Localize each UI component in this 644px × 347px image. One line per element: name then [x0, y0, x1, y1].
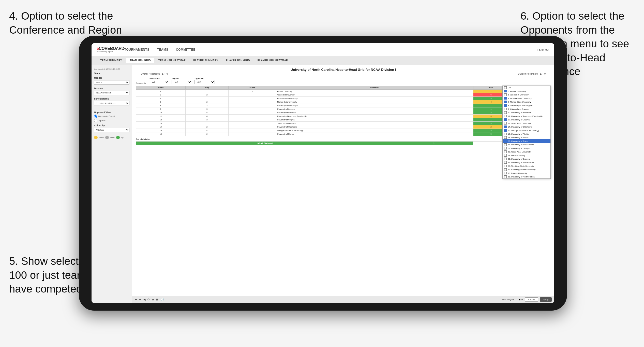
dropdown-checkbox	[504, 97, 507, 100]
dropdown-checkbox	[504, 104, 507, 107]
sub-navigation: TEAM SUMMARY TEAM H2H GRID TEAM H2H HEAT…	[92, 56, 554, 65]
nav-committee[interactable]: COMMITTEE	[176, 47, 196, 53]
cell-reg: 4	[185, 129, 228, 132]
division-select[interactable]: NCAA Division I	[94, 91, 129, 95]
school-select[interactable]: 1. University of Nort...	[94, 101, 129, 105]
dropdown-item[interactable]: 6. Florida State University	[503, 100, 550, 104]
cell-conf	[229, 100, 276, 104]
division-record: Division Record: 88 - 17 - 0	[518, 73, 546, 75]
toolbar-clock[interactable]: 🕐	[160, 298, 164, 301]
out-table-row: NCAA Division II 1 0	[136, 142, 551, 145]
cell-reg: 1	[185, 90, 228, 93]
dropdown-item[interactable]: 21. University of New Mexico	[503, 143, 550, 146]
sub-nav-player-h2h-grid[interactable]: PLAYER H2H GRID	[222, 58, 253, 63]
table-row: 2 1 1 Auburn University 2 1	[136, 90, 551, 93]
toolbar-format[interactable]: ⊞	[156, 298, 158, 301]
dropdown-checkbox	[504, 158, 507, 160]
dropdown-item[interactable]: 2. Auburn University	[503, 89, 550, 93]
dropdown-item[interactable]: 20. University of Texas	[503, 139, 550, 143]
dropdown-item[interactable]: 11. University of Arkansas, Fayetteville	[503, 114, 550, 118]
sub-nav-player-h2h-heatmap[interactable]: PLAYER H2H HEATMAP	[254, 58, 291, 63]
radio-opponents-played[interactable]: Opponents Played	[94, 115, 129, 118]
dropdown-item[interactable]: 27. University of Notre Dame	[503, 161, 550, 164]
cell-rank: 3	[136, 93, 186, 97]
dropdown-item[interactable]: 13. Texas Tech University	[503, 121, 550, 125]
toolbar-copy[interactable]: ⊕	[152, 298, 154, 301]
region-select[interactable]: (All)	[172, 80, 192, 84]
filter-row: Opponents: Conference (All) Region (All)	[136, 77, 551, 84]
dropdown-item[interactable]: 14. University of Oklahoma	[503, 125, 550, 129]
dropdown-item-label: 9. University of Arizona	[508, 108, 529, 110]
dropdown-item[interactable]: 16. University of Florida	[503, 132, 550, 136]
dropdown-item[interactable]: 3. Vanderbilt University	[503, 93, 550, 96]
logo-subtitle: Powered by Sport	[97, 50, 124, 53]
cancel-button[interactable]: Cancel	[525, 297, 538, 302]
dropdown-item[interactable]: 22. University of Georgia	[503, 146, 550, 150]
dropdown-item[interactable]: 25. University of Oregon	[503, 157, 550, 161]
left-panel: Last Updated: 4/7/2024 16:55:38 Team Gen…	[92, 65, 132, 303]
cell-opponent: University of Arkansas, Fayetteville	[276, 115, 473, 118]
dropdown-item[interactable]: (All)	[503, 86, 550, 89]
dropdown-item[interactable]: 8. University of Washington	[503, 104, 550, 107]
dropdown-checkbox	[504, 93, 507, 96]
gender-select[interactable]: Men's	[94, 80, 129, 85]
dropdown-checkbox	[504, 150, 507, 153]
sub-nav-team-h2h-heatmap[interactable]: TEAM H2H HEATMAP	[155, 58, 189, 63]
dot-level-label: Level	[110, 137, 115, 138]
dropdown-checkbox	[504, 115, 507, 117]
dropdown-item[interactable]: 30. Purdue University	[503, 171, 550, 175]
cell-rank: 11	[136, 115, 186, 118]
cell-reg: 2	[185, 93, 228, 97]
nav-teams[interactable]: TEAMS	[157, 47, 168, 53]
nav-signout[interactable]: | Sign out	[537, 48, 549, 51]
dropdown-checkbox	[504, 143, 507, 146]
table-row: 12 3 University of Virginia 1 0	[136, 118, 551, 122]
sub-nav-team-summary[interactable]: TEAM SUMMARY	[97, 58, 126, 63]
colour-select[interactable]: Win/loss	[94, 128, 129, 132]
region-filter: Region (All)	[172, 77, 192, 84]
view-original: View: Original	[502, 298, 514, 301]
dropdown-checkbox	[504, 101, 507, 103]
dropdown-item[interactable]: 24. Duke University	[503, 154, 550, 157]
nav-items: TOURNAMENTS TEAMS COMMITTEE	[124, 47, 196, 53]
dropdown-item[interactable]: 15. Georgia Institute of Technology	[503, 129, 550, 132]
toolbar-undo[interactable]: ↩	[135, 298, 137, 301]
dropdown-item[interactable]: 23. Texas A&M University	[503, 150, 550, 154]
sub-nav-team-h2h-grid[interactable]: TEAM H2H GRID	[126, 58, 154, 63]
sub-nav-player-summary[interactable]: PLAYER SUMMARY	[190, 58, 222, 63]
opponent-view-label: Opponent View	[94, 111, 129, 114]
table-row: 3 2 Vanderbilt University 0 4	[136, 93, 551, 97]
dropdown-item[interactable]: 10. University of Alabama	[503, 111, 550, 114]
dropdown-item[interactable]: 29. San Diego State University	[503, 168, 550, 171]
dropdown-item-label: 21. University of New Mexico	[508, 144, 534, 146]
dot-up-label: Up	[121, 137, 124, 138]
cell-reg: 2	[185, 104, 228, 107]
dropdown-item[interactable]: 4. Arizona State University	[503, 96, 550, 100]
dropdown-item-label: 2. Auburn University	[508, 90, 526, 92]
dropdown-item[interactable]: 9. University of Arizona	[503, 107, 550, 111]
cell-rank: 2	[136, 90, 186, 93]
dropdown-item-label: 20. University of Texas	[508, 140, 528, 142]
conference-select[interactable]: (All)	[149, 80, 169, 84]
dropdown-item[interactable]: 31. University of North Florida	[503, 175, 550, 178]
dropdown-item[interactable]: 28. The Ohio State University	[503, 164, 550, 168]
nav-tournaments[interactable]: TOURNAMENTS	[124, 47, 149, 53]
dropdown-item-label: 18. University of Illinois	[508, 136, 529, 139]
toolbar-back[interactable]: ◀	[143, 298, 145, 301]
table-row: 8 2 University of Washington 1 0	[136, 104, 551, 107]
annotation-1: 4. Option to select the Conference and R…	[9, 9, 131, 37]
cell-opponent: University of Arizona	[276, 107, 473, 111]
dropdown-item[interactable]: 12. University of Virginia	[503, 118, 550, 121]
opponent-dropdown-overlay[interactable]: (All)2. Auburn University3. Vanderbilt U…	[502, 86, 551, 179]
cell-reg: 2	[185, 125, 228, 129]
cell-rank: 14	[136, 125, 186, 129]
radio-top100[interactable]: Top 100	[94, 119, 129, 122]
toolbar-refresh[interactable]: ⟳	[147, 298, 150, 301]
dropdown-item[interactable]: 18. University of Illinois	[503, 136, 550, 139]
toolbar-redo[interactable]: ↪	[139, 298, 141, 301]
cell-opponent: University of Oklahoma	[276, 125, 473, 129]
dropdown-item-label: 30. Purdue University	[508, 172, 527, 174]
opponent-select[interactable]: (All)	[194, 80, 215, 84]
cell-reg: 1	[185, 122, 228, 125]
apply-button[interactable]: Apply	[540, 297, 552, 302]
